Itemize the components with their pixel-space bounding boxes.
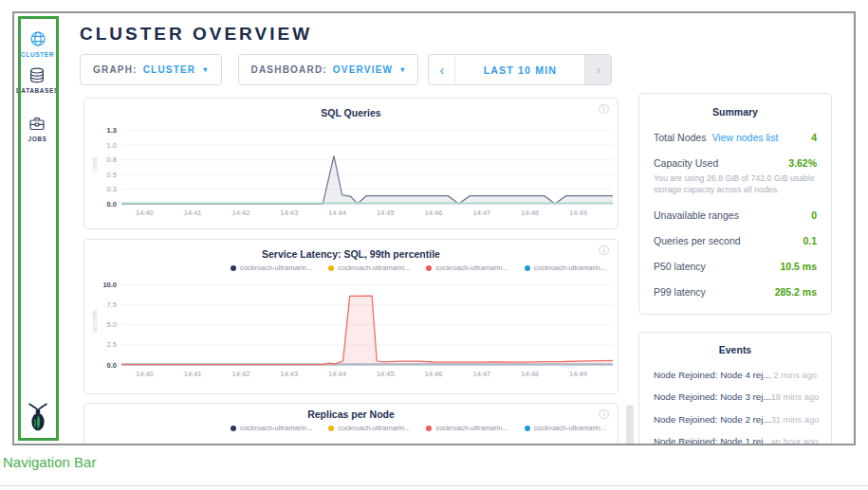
svg-text:0.8: 0.8 — [107, 155, 117, 164]
svg-text:14:49: 14:49 — [569, 209, 587, 217]
time-range-value[interactable]: LAST 10 MIN — [455, 55, 584, 84]
legend-item[interactable]: cockroach-ultramarin... — [426, 263, 508, 272]
event-text: Node Rejoined: Node 4 rej... — [654, 370, 771, 380]
svg-text:14:45: 14:45 — [377, 209, 395, 217]
charts-column: SQL Queries ⓘ 0.00.30.50.81.01.314:4014:… — [83, 98, 619, 445]
svg-text:14:48: 14:48 — [521, 209, 539, 217]
toolbar: GRAPH: CLUSTER ▾ DASHBOARD: OVERVIEW ▾ ‹… — [80, 54, 612, 85]
summary-row-value: 3.62% — [788, 157, 817, 169]
legend-item[interactable]: cockroach-ultramarin... — [328, 424, 410, 432]
event-row[interactable]: Node Rejoined: Node 4 rej...2 mins ago — [654, 370, 817, 380]
graph-dropdown[interactable]: GRAPH: CLUSTER ▾ — [80, 54, 222, 85]
time-range-next-button-disabled: › — [584, 55, 611, 84]
legend-label: cockroach-ultramarin... — [240, 263, 312, 272]
svg-text:14:44: 14:44 — [328, 370, 346, 378]
cockroach-bug-icon — [26, 402, 50, 432]
cockroachdb-logo — [26, 402, 50, 436]
svg-text:14:44: 14:44 — [328, 209, 346, 217]
view-nodes-list-link[interactable]: View nodes list — [711, 132, 778, 143]
svg-text:5.0: 5.0 — [107, 320, 117, 329]
time-range-prev-button[interactable]: ‹ — [429, 55, 455, 84]
events-title: Events — [654, 344, 817, 355]
legend-item[interactable]: cockroach-ultramarin... — [231, 263, 312, 272]
chart-title: Service Latency: SQL, 99th percentile — [84, 240, 618, 260]
svg-text:2.5: 2.5 — [107, 340, 117, 349]
svg-text:14:42: 14:42 — [232, 209, 250, 217]
chevron-down-icon: ▾ — [203, 65, 208, 74]
svg-text:7.5: 7.5 — [107, 300, 117, 309]
briefcase-icon — [28, 116, 46, 132]
info-icon[interactable]: ⓘ — [599, 409, 609, 420]
sidebar-item-jobs[interactable]: JOBS — [28, 116, 46, 142]
svg-text:14:47: 14:47 — [472, 209, 490, 217]
sidebar-item-cluster[interactable]: CLUSTER — [21, 30, 54, 58]
sidebar-item-label: CLUSTER — [21, 51, 54, 58]
legend-dot-icon — [525, 426, 530, 431]
time-range-selector: ‹ LAST 10 MIN › — [428, 54, 612, 85]
svg-text:400: 400 — [104, 444, 117, 445]
info-icon[interactable]: ⓘ — [599, 104, 609, 115]
summary-row: P50 latency10.5 ms — [654, 261, 817, 272]
svg-text:14:41: 14:41 — [184, 370, 202, 378]
svg-text:14:43: 14:43 — [280, 370, 298, 378]
legend-dot-icon — [328, 265, 334, 271]
summary-row-label: Total Nodes — [654, 132, 706, 143]
svg-text:14:45: 14:45 — [377, 370, 395, 378]
page-title: CLUSTER OVERVIEW — [80, 24, 312, 45]
svg-text:14:47: 14:47 — [472, 370, 490, 378]
navigation-sidebar: CLUSTER DATABASES — [14, 13, 61, 444]
legend-label: cockroach-ultramarin... — [435, 263, 508, 272]
chart-title: Replicas per Node — [84, 404, 618, 420]
svg-text:14:48: 14:48 — [521, 370, 539, 378]
event-row[interactable]: Node Rejoined: Node 2 rej...31 mins ago — [654, 414, 817, 425]
event-row[interactable]: Node Rejoined: Node 1 rej...an hour ago — [654, 436, 817, 445]
summary-rows: Total NodesView nodes list4Capacity Used… — [654, 132, 817, 298]
sql-queries-chart-card: SQL Queries ⓘ 0.00.30.50.81.01.314:4014:… — [83, 98, 619, 229]
svg-text:14:42: 14:42 — [232, 370, 250, 378]
legend-dot-icon — [231, 265, 236, 271]
legend-dot-icon — [426, 426, 432, 431]
sidebar-item-label: DATABASES — [16, 87, 59, 94]
legend-item[interactable]: cockroach-ultramarin... — [231, 424, 312, 432]
summary-row: Queries per second0.1 — [654, 235, 817, 246]
legend-label: cockroach-ultramarin... — [338, 424, 410, 432]
legend-item[interactable]: cockroach-ultramarin... — [328, 263, 410, 272]
summary-row-label: Unavailable ranges — [654, 209, 739, 221]
event-text: Node Rejoined: Node 2 rej... — [654, 414, 771, 425]
svg-text:14:49: 14:49 — [569, 370, 587, 378]
svg-text:seconds: seconds — [91, 309, 98, 333]
svg-text:count: count — [91, 157, 98, 172]
service-latency-chart-card: Service Latency: SQL, 99th percentile ⓘ … — [83, 239, 619, 394]
navigation-bar-annotation-label: Navigation Bar — [3, 454, 96, 470]
legend-item[interactable]: cockroach-ultramarin... — [525, 424, 606, 432]
globe-icon — [29, 30, 46, 47]
info-icon[interactable]: ⓘ — [599, 245, 609, 256]
legend-item[interactable]: cockroach-ultramarin... — [525, 263, 606, 272]
chevron-down-icon: ▾ — [400, 65, 405, 74]
legend-label: cockroach-ultramarin... — [240, 424, 312, 432]
summary-row-label: Capacity Used — [654, 157, 718, 169]
dashboard-dropdown[interactable]: DASHBOARD: OVERVIEW ▾ — [238, 54, 419, 85]
svg-text:0.3: 0.3 — [107, 185, 117, 193]
legend-item[interactable]: cockroach-ultramarin... — [426, 424, 508, 432]
summary-row: P99 latency285.2 ms — [654, 286, 817, 298]
summary-row-value: 0.1 — [803, 235, 817, 246]
legend-label: cockroach-ultramarin... — [338, 263, 410, 272]
events-rows: Node Rejoined: Node 4 rej...2 mins agoNo… — [654, 370, 817, 445]
legend-label: cockroach-ultramarin... — [534, 424, 606, 432]
summary-row-note: You are using 26.8 GiB of 742.0 GiB usab… — [654, 172, 817, 196]
svg-text:14:43: 14:43 — [280, 209, 298, 217]
replicas-per-node-plot: 400 — [89, 432, 618, 445]
dashboard-dropdown-label: DASHBOARD: — [251, 64, 327, 75]
event-row[interactable]: Node Rejoined: Node 3 rej...18 mins ago — [654, 391, 817, 402]
scrollbar-thumb[interactable] — [626, 405, 634, 445]
svg-text:1.3: 1.3 — [107, 126, 117, 135]
legend-dot-icon — [426, 265, 432, 271]
sql-queries-plot: 0.00.30.50.81.01.314:4014:4114:4214:4314… — [89, 118, 618, 227]
legend-dot-icon — [328, 426, 334, 431]
sidebar-item-databases[interactable]: DATABASES — [16, 67, 59, 94]
service-latency-plot: 0.02.55.07.510.014:4014:4114:4214:4314:4… — [89, 272, 618, 388]
legend-label: cockroach-ultramarin... — [534, 263, 606, 272]
graph-dropdown-value: CLUSTER — [143, 64, 196, 75]
svg-text:14:46: 14:46 — [425, 209, 443, 217]
